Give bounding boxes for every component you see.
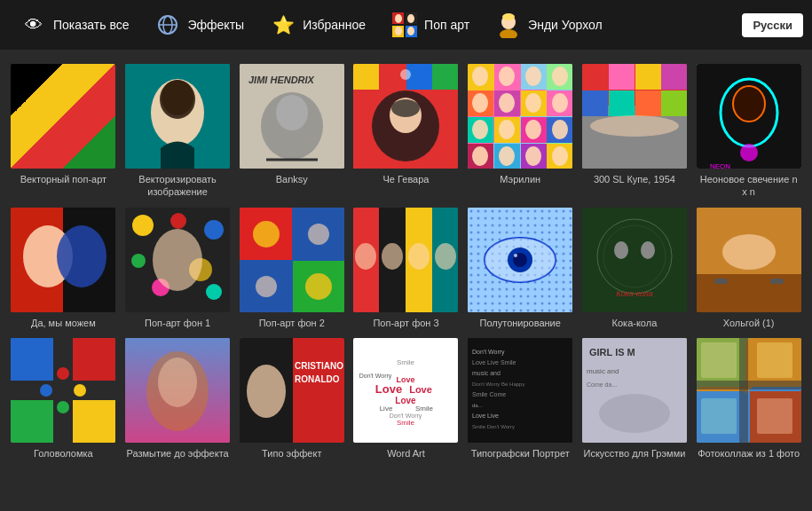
thumb-grammy: GIRL IS M music and Come da... [582,338,687,443]
svg-rect-129 [11,394,59,443]
svg-text:JIMI HENDRIX: JIMI HENDRIX [248,75,315,85]
thumb-popbg2 [240,208,344,312]
svg-point-64 [552,146,568,166]
svg-rect-128 [67,338,115,387]
label-typo-portrait: Типографски Портрет [471,447,570,460]
grid-item-popbg3[interactable]: Поп-арт фон 3 [353,208,459,329]
svg-rect-123 [697,274,801,312]
grid-item-che[interactable]: Че Гевара [353,64,459,199]
grid-item-banksy[interactable]: JIMI HENDRIX Banksy [239,64,344,199]
grid-item-wordart[interactable]: Smile Don't Worry Love Love Love Love Li… [353,338,459,460]
nav-pop-art[interactable]: Поп арт [380,4,480,46]
svg-text:Love: Love [410,384,433,395]
thumb-car-300sl [582,64,687,169]
nav-andy[interactable]: Энди Уорхол [484,4,613,46]
svg-text:Don't Worry: Don't Worry [359,373,392,380]
label-neon: Неоновое свечение n x n [697,173,801,199]
label-banksy: Banksy [276,173,308,185]
svg-text:Love   Live: Love Live [472,413,499,419]
svg-point-12 [500,29,517,38]
language-button[interactable]: Русски [742,13,803,37]
label-collage: Фотоколлаж из 1 фото [698,447,800,460]
svg-rect-72 [661,90,687,116]
thumb-collage [697,338,801,443]
svg-text:GIRL IS M: GIRL IS M [589,347,635,358]
svg-text:Don't Worry: Don't Worry [472,349,505,356]
thumb-vector-pop [11,64,115,169]
label-grammy: Искусство для Грэмми [584,447,686,460]
svg-point-8 [407,14,414,23]
label-popbg1: Поп-арт фон 1 [145,317,210,329]
svg-rect-28 [432,64,458,90]
svg-point-78 [740,144,758,161]
grid-item-neon[interactable]: NEON Неоновое свечение n x n [696,64,801,199]
nav-show-all[interactable]: 👁 Показать все [9,4,139,46]
grid-item-yeswecan[interactable]: Да, мы можем [11,208,116,329]
svg-text:NEON: NEON [710,162,730,169]
svg-point-50 [499,67,515,86]
svg-point-32 [400,69,411,80]
label-halftone: Полутонирование [480,317,561,329]
svg-point-49 [472,67,488,86]
svg-rect-25 [353,64,379,90]
grid-item-grammy[interactable]: GIRL IS M music and Come da... Искусство… [582,338,688,460]
grid-item-puzzle[interactable]: Головоломка [11,338,116,460]
svg-text:music   and: music and [472,370,501,376]
svg-rect-177 [701,398,737,434]
label-che: Че Гевара [383,173,430,185]
svg-point-55 [525,93,541,113]
svg-point-124 [722,234,776,270]
svg-point-22 [276,95,308,130]
svg-point-51 [525,67,541,86]
svg-point-135 [40,384,52,397]
svg-rect-174 [697,381,801,389]
nav-effects[interactable]: Эффекты [143,4,255,46]
thumb-popbg1 [125,208,230,312]
svg-point-85 [132,215,154,236]
thumb-banksy: JIMI HENDRIX [240,64,344,169]
navbar: 👁 Показать все Эффекты ⭐ Избранное Поп [0,0,812,50]
svg-point-168 [599,394,670,433]
thumb-tipo: CRISTIANO RONALDO [240,338,344,443]
label-puzzle: Головоломка [34,447,93,460]
grid-item-car-300sl[interactable]: 300 SL Купе, 1954 [582,64,688,199]
nav-favorites[interactable]: ⭐ Избранное [258,4,376,46]
svg-point-144 [247,365,286,418]
label-popbg3: Поп-арт фон 3 [373,317,438,329]
grid-item-vectorize[interactable]: Векторизировать изображение [125,64,231,199]
thumb-wordart: Smile Don't Worry Love Love Love Love Li… [353,338,458,443]
thumb-typo-portrait: Don't Worry Love Live Smile music and Do… [468,338,572,443]
svg-text:Come da...: Come da... [587,381,617,388]
grid-item-blur[interactable]: Размытие до эффекта [125,338,231,460]
grid-item-halftone[interactable]: Полутонирование [468,208,573,329]
label-tipo: Типо эффект [262,447,321,460]
label-cocacola: Кока-кола [612,317,658,329]
svg-text:CRISTIANO: CRISTIANO [295,361,343,371]
svg-rect-132 [11,381,115,400]
svg-point-99 [256,276,277,297]
grid-item-cocacola[interactable]: Кока-кола Кока-кола [582,208,688,329]
svg-text:Smile: Smile [397,358,415,366]
svg-text:Love: Love [375,382,402,396]
grid-item-popbg1[interactable]: Поп-арт фон 1 [125,208,231,329]
grid-item-popbg2[interactable]: Поп-арт фон 2 [239,208,344,329]
svg-point-53 [472,93,488,113]
thumb-vectorize [125,64,230,169]
thumb-marilyn [468,64,572,169]
grid-item-typo-portrait[interactable]: Don't Worry Love Live Smile music and Do… [468,338,573,460]
grid-item-vector-pop[interactable]: Векторный поп-арт [11,64,116,199]
svg-point-18 [162,80,193,115]
svg-rect-67 [635,64,661,90]
svg-text:Smile: Smile [415,405,434,413]
grid-item-collage[interactable]: Фотоколлаж из 1 фото [696,338,801,460]
svg-point-106 [408,243,430,270]
svg-point-60 [552,120,568,139]
svg-text:Love   Live   Smile: Love Live Smile [472,359,516,366]
label-yeswecan: Да, мы можем [31,317,96,329]
svg-text:Smile: Smile [397,419,415,427]
grid-item-holiday[interactable]: Хольгой (1) [696,208,801,329]
pop-art-icon [390,11,419,39]
grid-item-tipo[interactable]: CRISTIANO RONALDO Типо эффект [239,338,344,460]
grid-item-marilyn[interactable]: Мэрилин [468,64,573,199]
thumb-holiday [697,208,801,312]
